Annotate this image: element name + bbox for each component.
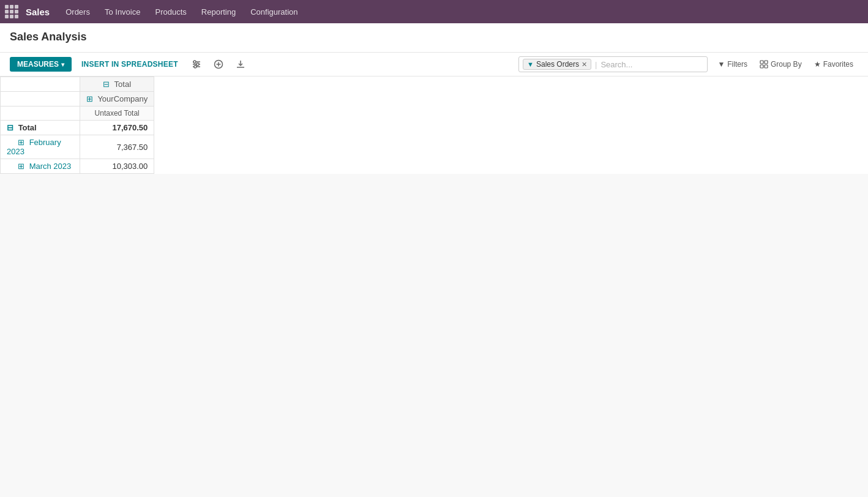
toolbar: MEASURES ▾ INSERT IN SPREADSHEET ▼ <box>0 53 868 77</box>
page-content: ⊟ Total ⊞ YourCompany Untaxed Total <box>0 77 868 174</box>
search-tag-remove[interactable]: ✕ <box>582 61 587 69</box>
row-mar-expand-icon[interactable]: ⊞ <box>18 162 24 171</box>
toolbar-right: ▼ Filters Group By ★ Favorites <box>713 58 858 72</box>
row-label-mar: ⊞ March 2023 <box>1 159 80 174</box>
page-title: Sales Analysis <box>10 31 858 43</box>
row-feb-value: 7,367.50 <box>80 135 154 159</box>
svg-rect-13 <box>760 65 763 68</box>
nav-configuration[interactable]: Configuration <box>244 0 304 23</box>
col-company-expand[interactable]: ⊞ <box>86 94 93 103</box>
pivot-header-company-row: ⊞ YourCompany <box>1 92 154 106</box>
app-grid-icon[interactable] <box>5 5 18 18</box>
svg-rect-12 <box>765 61 768 64</box>
filter-tag-icon: ▼ <box>527 61 534 68</box>
nav-products[interactable]: Products <box>149 0 192 23</box>
add-icon[interactable] <box>210 57 227 72</box>
nav-orders[interactable]: Orders <box>59 0 96 23</box>
pivot-col-total: ⊟ Total <box>80 77 154 92</box>
row-mar-value: 10,303.00 <box>80 159 154 174</box>
nav-to-invoice[interactable]: To Invoice <box>99 0 147 23</box>
groupby-button[interactable]: Group By <box>755 58 807 72</box>
row-total-value: 17,670.50 <box>80 121 154 135</box>
pivot-col-untaxed: Untaxed Total <box>80 106 154 121</box>
measures-button[interactable]: MEASURES ▾ <box>10 57 72 72</box>
page-header: Sales Analysis <box>0 23 868 53</box>
searchbar: ▼ Sales Orders ✕ | <box>518 56 708 72</box>
svg-rect-11 <box>760 61 763 64</box>
pivot-subheader-row: Untaxed Total <box>1 106 154 121</box>
svg-point-5 <box>194 65 196 68</box>
table-row: ⊟ Total 17,670.50 <box>1 121 154 135</box>
nav-reporting[interactable]: Reporting <box>195 0 242 23</box>
measures-caret-icon: ▾ <box>61 61 64 68</box>
filters-button[interactable]: ▼ Filters <box>713 58 752 71</box>
table-row: ⊞ February 2023 7,367.50 <box>1 135 154 159</box>
search-tag-label: Sales Orders <box>536 60 579 69</box>
pivot-col-company: ⊞ YourCompany <box>80 92 154 106</box>
col-total-collapse[interactable]: ⊟ <box>103 80 110 89</box>
row-label-feb: ⊞ February 2023 <box>1 135 80 159</box>
filter-funnel-icon: ▼ <box>717 60 725 69</box>
row-feb-expand-icon[interactable]: ⊞ <box>18 138 24 147</box>
svg-point-3 <box>193 61 196 63</box>
star-icon: ★ <box>814 60 821 69</box>
svg-point-4 <box>196 63 199 65</box>
row-total-collapse-icon[interactable]: ⊟ <box>7 123 13 132</box>
top-navigation: Sales Orders To Invoice Products Reporti… <box>0 0 868 23</box>
insert-spreadsheet-button[interactable]: INSERT IN SPREADSHEET <box>77 57 183 72</box>
download-icon[interactable] <box>232 57 249 72</box>
table-row: ⊞ March 2023 10,303.00 <box>1 159 154 174</box>
search-input[interactable] <box>600 60 703 69</box>
groupby-icon <box>760 60 768 69</box>
pivot-table: ⊟ Total ⊞ YourCompany Untaxed Total <box>0 77 154 174</box>
search-divider: | <box>595 60 597 69</box>
adjust-columns-icon[interactable] <box>188 57 205 72</box>
pivot-table-area: ⊟ Total ⊞ YourCompany Untaxed Total <box>0 77 868 174</box>
search-filter-tag: ▼ Sales Orders ✕ <box>523 59 591 70</box>
brand-name[interactable]: Sales <box>26 7 50 17</box>
svg-rect-14 <box>765 65 768 68</box>
row-label-total: ⊟ Total <box>1 121 80 135</box>
favorites-button[interactable]: ★ Favorites <box>809 58 858 71</box>
pivot-header-total-row: ⊟ Total <box>1 77 154 92</box>
